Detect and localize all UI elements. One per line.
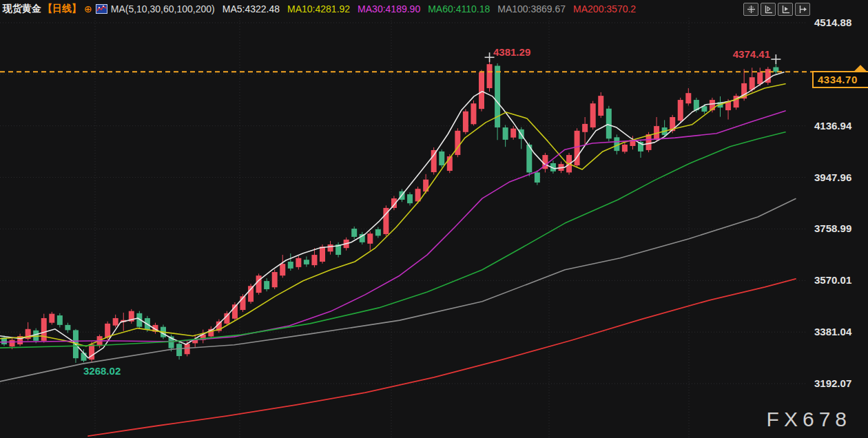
ma10-value: MA10:4281.92: [287, 3, 350, 14]
svg-text:3192.07: 3192.07: [814, 377, 851, 389]
watermark: FX678: [767, 408, 851, 431]
svg-text:3381.04: 3381.04: [814, 326, 852, 337]
current-price-label: 4334.70: [812, 71, 868, 88]
ma100-value: MA100:3869.67: [497, 3, 566, 14]
crosshair-icon[interactable]: [743, 3, 758, 16]
ma5-value: MA5:4322.48: [223, 3, 280, 14]
ma-line-ma200: [88, 279, 796, 436]
svg-text:4514.88: 4514.88: [814, 17, 851, 28]
chart-topbar: 现货黄金 【日线】 ⊕ MA(5,10,30,60,100,200) MA5:4…: [0, 0, 868, 18]
jump-to-latest-icon[interactable]: [795, 3, 810, 16]
current-price-line: [0, 65, 867, 72]
symbol-name[interactable]: 现货黄金: [3, 3, 41, 15]
ma-params-label: MA(5,10,30,60,100,200): [111, 3, 215, 14]
svg-text:3947.96: 3947.96: [814, 171, 851, 183]
add-indicator-icon[interactable]: ⊕: [84, 3, 92, 14]
ma-lines: [0, 72, 796, 436]
svg-text:4374.41: 4374.41: [733, 48, 770, 60]
ma-line-ma60: [0, 132, 785, 348]
axis-scale-left-icon[interactable]: [761, 3, 776, 16]
ma-line-ma10: [0, 84, 785, 346]
mini-chart-icon[interactable]: [96, 4, 107, 14]
svg-text:4381.29: 4381.29: [493, 46, 530, 58]
svg-text:3268.02: 3268.02: [83, 365, 121, 377]
chart-canvas[interactable]: 4514.884325.914136.943947.963758.993570.…: [0, 0, 868, 438]
ma-line-ma30: [0, 111, 785, 342]
chart-toolbar: [743, 3, 810, 16]
ma30-value: MA30:4189.90: [358, 3, 420, 14]
ma60-value: MA60:4110.18: [428, 3, 490, 14]
ma-line-ma5: [0, 72, 784, 358]
timeframe-label[interactable]: 【日线】: [43, 3, 81, 15]
ma200-value: MA200:3570.2: [573, 3, 636, 14]
axis-scale-right-icon[interactable]: [778, 3, 793, 16]
svg-text:3570.01: 3570.01: [814, 274, 851, 286]
grid-lines: [0, 18, 807, 438]
chart-window: 4514.884325.914136.943947.963758.993570.…: [0, 0, 868, 438]
price-annotations: 4381.294374.413268.02: [83, 46, 770, 377]
svg-text:3758.99: 3758.99: [814, 222, 851, 234]
candlesticks: [1, 59, 778, 363]
svg-text:4136.94: 4136.94: [814, 120, 852, 132]
